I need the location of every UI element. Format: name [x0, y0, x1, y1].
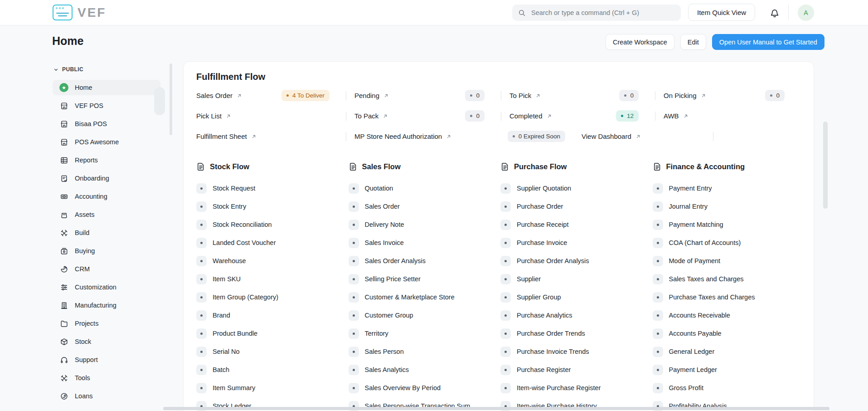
sidebar-item[interactable]: Loans	[53, 388, 160, 404]
shortcut-item[interactable]: Supplier	[500, 274, 649, 284]
flow-link[interactable]: Pick List	[196, 112, 231, 120]
flow-link[interactable]: Fulfillment Sheet	[196, 132, 257, 140]
shortcut-item[interactable]: Item Group (Category)	[196, 292, 345, 303]
shortcut-item[interactable]: Customer Group	[349, 310, 497, 321]
shortcut-item[interactable]: Purchase Order	[500, 201, 649, 212]
count-badge[interactable]: 0	[465, 110, 485, 122]
count-badge[interactable]: 0	[765, 90, 785, 101]
sidebar-item[interactable]: Assets	[53, 207, 160, 222]
shortcut-item[interactable]: Item-wise Purchase Register	[500, 382, 649, 393]
search-input[interactable]	[530, 9, 675, 17]
shortcut-item[interactable]: Sales Analytics	[349, 364, 497, 375]
shortcut-item[interactable]: Purchase Order Analysis	[500, 255, 649, 266]
shortcut-item[interactable]: General Ledger	[653, 346, 801, 357]
count-badge[interactable]: 0 Expired Soon	[508, 131, 565, 142]
shortcut-item[interactable]: Sales Invoice	[349, 237, 497, 248]
shortcut-item[interactable]: Sales Order Analysis	[349, 255, 497, 266]
sidebar-splitter-handle[interactable]	[154, 87, 165, 115]
shortcut-item[interactable]: Stock Request	[196, 183, 345, 194]
shortcut-item[interactable]: Serial No	[196, 346, 345, 357]
sidebar-section-public[interactable]: PUBLIC	[53, 66, 160, 73]
shortcut-item[interactable]: Selling Price Setter	[349, 274, 497, 284]
shortcut-item[interactable]: Territory	[349, 328, 497, 339]
shortcut-item[interactable]: Stock Reconciliation	[196, 219, 345, 230]
flow-link[interactable]: AWB	[664, 112, 689, 120]
shortcut-item[interactable]: Gross Profit	[653, 382, 801, 393]
flow-link[interactable]: Sales Order	[196, 92, 242, 99]
sidebar-item[interactable]: Bisaa POS	[53, 116, 160, 132]
flow-link[interactable]: To Pick	[509, 92, 541, 99]
shortcut-item[interactable]: COA (Chart of Accounts)	[653, 237, 801, 248]
shortcut-item[interactable]: Quotation	[349, 183, 497, 194]
shortcut-item[interactable]: Payment Matching	[653, 219, 801, 230]
flow-link[interactable]: MP Store Need Authorization	[354, 132, 451, 140]
shortcut-item[interactable]: Purchase Taxes and Charges	[653, 292, 801, 303]
sidebar-item[interactable]: Accounting	[53, 189, 160, 204]
open-user-manual-button[interactable]: Open User Manual to Get Started	[712, 34, 824, 50]
shortcut-item[interactable]: Journal Entry	[653, 201, 801, 212]
shortcut-item[interactable]: Sales Person	[349, 346, 497, 357]
shortcut-item[interactable]: Purchase Invoice Trends	[500, 346, 649, 357]
shortcut-item[interactable]: Customer & Marketplace Store	[349, 292, 497, 303]
sidebar-scrollbar[interactable]	[170, 64, 172, 135]
shortcut-item[interactable]: Payment Ledger	[653, 364, 801, 375]
count-badge[interactable]: 0	[465, 90, 485, 101]
shortcut-item-label: Sales Invoice	[365, 239, 404, 246]
shortcut-item[interactable]: Supplier Group	[500, 292, 649, 303]
sidebar-item[interactable]: Manufacturing	[53, 298, 160, 313]
shortcut-item[interactable]: Sales Overview By Period	[349, 382, 497, 393]
sidebar-item[interactable]: VEF POS	[53, 98, 160, 113]
vertical-scrollbar[interactable]	[823, 122, 828, 209]
item-quick-view-button[interactable]: Item Quick View	[688, 4, 755, 21]
sidebar-item[interactable]: POS Awesome	[53, 134, 160, 150]
sidebar-item[interactable]: Reports	[53, 152, 160, 168]
shortcut-item[interactable]: Batch	[196, 364, 345, 375]
sidebar-item[interactable]: Support	[53, 352, 160, 367]
bullet-dot-icon	[349, 347, 359, 357]
shortcut-item[interactable]: Stock Entry	[196, 201, 345, 212]
sidebar-item[interactable]: Customization	[53, 279, 160, 295]
sidebar-item[interactable]: Stock	[53, 334, 160, 349]
flow-link[interactable]: To Pack	[354, 112, 388, 120]
shortcut-item[interactable]: Mode of Payment	[653, 255, 801, 266]
sidebar-item[interactable]: Tools	[53, 370, 160, 386]
create-workspace-button[interactable]: Create Workspace	[606, 34, 674, 50]
shortcut-item[interactable]: Item Summary	[196, 382, 345, 393]
shortcut-item[interactable]: Brand	[196, 310, 345, 321]
sidebar-item[interactable]: Onboarding	[53, 171, 160, 186]
shortcut-item[interactable]: Item SKU	[196, 274, 345, 284]
notification-bell-icon[interactable]	[769, 7, 780, 18]
shortcut-item[interactable]: Warehouse	[196, 255, 345, 266]
shortcut-item[interactable]: Purchase Register	[500, 364, 649, 375]
sidebar-item[interactable]: ★ Home	[53, 80, 160, 95]
sidebar-item[interactable]: Buying	[53, 243, 160, 259]
shortcut-item[interactable]: Accounts Receivable	[653, 310, 801, 321]
count-badge[interactable]: 12	[616, 110, 639, 122]
shortcut-item[interactable]: Payment Entry	[653, 183, 801, 194]
shortcut-item[interactable]: Delivery Note	[349, 219, 497, 230]
shortcut-item[interactable]: Accounts Payable	[653, 328, 801, 339]
shortcut-item[interactable]: Sales Taxes and Charges	[653, 274, 801, 284]
sidebar-item[interactable]: CRM	[53, 261, 160, 277]
shortcut-item[interactable]: Landed Cost Voucher	[196, 237, 345, 248]
flow-link[interactable]: Completed	[509, 112, 552, 120]
count-badge[interactable]: 4 To Deliver	[281, 90, 330, 101]
shortcut-item[interactable]: Supplier Quotation	[500, 183, 649, 194]
user-avatar[interactable]: A	[798, 5, 814, 21]
sidebar-item[interactable]: Build	[53, 225, 160, 240]
horizontal-scrollbar[interactable]	[163, 407, 829, 410]
shortcut-item[interactable]: Purchase Invoice	[500, 237, 649, 248]
app-logo[interactable]: VEF	[53, 5, 106, 20]
flow-link[interactable]: On Picking	[664, 92, 706, 99]
edit-button[interactable]: Edit	[680, 34, 706, 50]
shortcut-item[interactable]: Product Bundle	[196, 328, 345, 339]
shortcut-item[interactable]: Purchase Analytics	[500, 310, 649, 321]
sidebar-item[interactable]: Projects	[53, 316, 160, 331]
flow-link[interactable]: View Dashboard	[582, 132, 641, 140]
count-badge[interactable]: 0	[619, 90, 639, 101]
flow-link[interactable]: Pending	[354, 92, 389, 99]
global-search[interactable]	[512, 5, 681, 21]
shortcut-item[interactable]: Purchase Order Trends	[500, 328, 649, 339]
shortcut-item[interactable]: Sales Order	[349, 201, 497, 212]
shortcut-item[interactable]: Purchase Receipt	[500, 219, 649, 230]
